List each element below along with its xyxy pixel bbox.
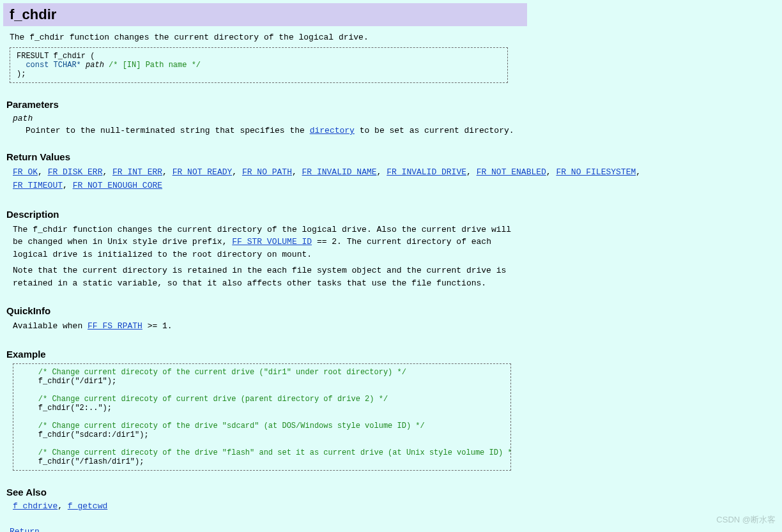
see-also-link[interactable]: f chdrive [13, 501, 57, 511]
return-values-heading: Return Values [6, 151, 776, 162]
intro-func-name: f_chdir [29, 33, 65, 42]
quickinfo-before: Available when [13, 321, 88, 331]
description-p1: The f_chdir function changes the current… [13, 224, 524, 261]
quickinfo-section: QuickInfo Available when FF_FS_RPATH >= … [3, 305, 779, 333]
desc-p1-before: The [13, 225, 33, 234]
syntax-block: FRESULT f_chdir ( const TCHAR* path /* [… [10, 47, 508, 83]
see-also-list: f chdrive, f getcwd [13, 501, 776, 511]
intro-suffix: function changes the current directory o… [65, 33, 369, 42]
syntax-keyword: const TCHAR* [17, 61, 81, 70]
return-link-wrap: Return [10, 527, 779, 532]
example-comment-3: /* Change current direcoty of the drive … [20, 422, 425, 430]
description-heading: Description [6, 209, 776, 220]
return-value-link[interactable]: FR NO PATH [242, 167, 292, 177]
return-values-section: Return Values FR OK, FR DISK ERR, FR INT… [3, 151, 779, 193]
quickinfo-text: Available when FF_FS_RPATH >= 1. [13, 320, 524, 333]
return-value-link[interactable]: FR NOT ENOUGH CORE [73, 181, 162, 190]
quickinfo-after: >= 1. [142, 321, 172, 331]
example-line-3: f_chdir("sdcard:/dir1"); [20, 430, 149, 439]
description-section: Description The f_chdir function changes… [3, 209, 779, 290]
intro-prefix: The [10, 33, 29, 42]
return-value-link[interactable]: FR INVALID NAME [302, 167, 377, 177]
syntax-line3: ); [17, 70, 26, 79]
see-also-section: See Also f chdrive, f getcwd [3, 487, 779, 511]
example-line-2: f_chdir("2:.."); [20, 404, 112, 413]
quickinfo-heading: QuickInfo [6, 305, 776, 316]
example-section: Example /* Change current direcoty of th… [3, 349, 779, 471]
param-desc-after: to be set as current directory. [355, 126, 514, 135]
syntax-comment: /* [IN] Path name */ [104, 61, 201, 70]
return-value-link[interactable]: FR DISK ERR [48, 167, 103, 177]
desc-p1-eq: == 2 [312, 237, 337, 247]
parameters-heading: Parameters [6, 99, 776, 110]
param-desc-before: Pointer to the null-terminated string th… [26, 126, 310, 135]
parameters-section: Parameters path Pointer to the null-term… [3, 99, 779, 135]
param-desc-link[interactable]: directory [310, 126, 355, 135]
example-comment-2: /* Change current direcoty of current dr… [20, 395, 388, 404]
page-title: f_chdir [3, 3, 527, 26]
return-value-link[interactable]: FR NOT READY [172, 167, 233, 177]
example-comment-1: /* Change current direcoty of the curren… [20, 368, 406, 377]
param-name: path [13, 114, 776, 123]
syntax-param: path [81, 61, 104, 70]
return-value-link[interactable]: FR OK [13, 167, 38, 177]
quickinfo-link[interactable]: FF_FS_RPATH [88, 321, 142, 331]
see-also-heading: See Also [6, 487, 776, 498]
desc-p1-link[interactable]: FF_STR_VOLUME_ID [232, 237, 312, 247]
return-values-list: FR OK, FR DISK ERR, FR INT ERR, FR NOT R… [13, 166, 776, 193]
example-heading: Example [6, 349, 776, 360]
example-line-4: f_chdir("/flash/dir1"); [20, 457, 144, 466]
return-value-link[interactable]: FR TIMEOUT [13, 181, 63, 190]
param-desc: Pointer to the null-terminated string th… [26, 126, 776, 135]
return-link[interactable]: Return [10, 527, 40, 532]
example-comment-4: /* Change current direcoty of the drive … [20, 448, 511, 457]
syntax-line1: FRESULT f_chdir ( [17, 52, 95, 61]
desc-p1-func: f_chdir [33, 225, 68, 234]
return-value-link[interactable]: FR INT ERR [112, 167, 162, 177]
return-value-link[interactable]: FR INVALID DRIVE [387, 167, 466, 177]
return-value-link[interactable]: FR NOT ENABLED [477, 167, 546, 177]
return-value-link[interactable]: FR NO FILESYSTEM [556, 167, 636, 177]
intro-text: The f_chdir function changes the current… [3, 33, 779, 42]
example-block: /* Change current direcoty of the curren… [13, 363, 511, 471]
description-p2: Note that the current directory is retai… [13, 264, 524, 289]
see-also-link[interactable]: f getcwd [68, 501, 107, 511]
example-line-1: f_chdir("/dir1"); [20, 377, 116, 386]
